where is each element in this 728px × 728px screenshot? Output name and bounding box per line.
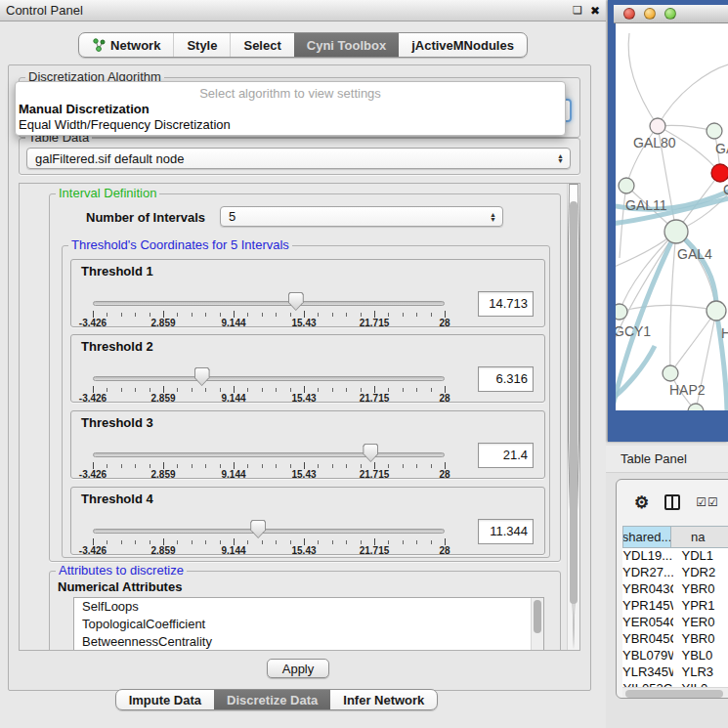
tab-style[interactable]: Style bbox=[173, 33, 230, 57]
cell-shared-name[interactable]: YPR145W bbox=[622, 598, 673, 615]
cell-name[interactable]: YBR0 bbox=[673, 631, 728, 648]
slider-thumb[interactable] bbox=[194, 367, 210, 386]
cell-name[interactable]: YER0 bbox=[673, 615, 728, 631]
stepper-arrows-icon: ▲▼ bbox=[490, 212, 496, 222]
network-node[interactable] bbox=[711, 164, 728, 182]
cell-name[interactable]: YBL0 bbox=[673, 648, 728, 664]
threshold-value-field[interactable]: 11.344 bbox=[478, 519, 534, 544]
numerical-attributes-label: Numerical Attributes bbox=[58, 579, 182, 594]
network-edge bbox=[676, 232, 716, 311]
minimize-traffic-light[interactable] bbox=[644, 8, 656, 20]
slider-track[interactable] bbox=[93, 376, 445, 381]
cell-shared-name[interactable]: YDL19... bbox=[622, 548, 673, 565]
panel-vertical-scrollbar[interactable] bbox=[567, 184, 579, 650]
table-row[interactable]: YPR145WYPR1 bbox=[622, 598, 728, 615]
network-node[interactable] bbox=[663, 365, 678, 381]
slider-track[interactable] bbox=[93, 452, 445, 457]
network-canvas[interactable]: GAL80GACGAL11GAL4GCY1HHAP2 bbox=[616, 23, 728, 410]
threshold-box: Threshold 2 -3.4262.8599.14415.4321.7152… bbox=[70, 334, 545, 403]
column-header-shared-name[interactable]: shared... bbox=[622, 526, 671, 548]
table-row[interactable]: YLR345WYLR3 bbox=[622, 664, 728, 681]
network-node[interactable] bbox=[619, 178, 634, 193]
tab-cyni-toolbox[interactable]: Cyni Toolbox bbox=[294, 33, 399, 57]
network-node[interactable] bbox=[707, 301, 726, 321]
attribute-item[interactable]: TopologicalCoefficient bbox=[74, 616, 543, 633]
close-panel-icon[interactable]: ✖ bbox=[590, 4, 600, 18]
screenshot-root: Control Panel ❏ ✖ Network Style bbox=[0, 0, 728, 728]
cell-shared-name[interactable]: YDR27... bbox=[622, 565, 673, 581]
slider-track[interactable] bbox=[93, 301, 445, 306]
cell-shared-name[interactable]: YBR043C bbox=[622, 581, 673, 598]
network-node[interactable] bbox=[707, 123, 722, 139]
cell-name[interactable]: YDL1 bbox=[673, 548, 728, 565]
float-panel-icon[interactable]: ❏ bbox=[573, 4, 582, 17]
table-row[interactable]: YDL19...YDL1 bbox=[622, 548, 728, 565]
right-column: GAL80GACGAL11GAL4GCY1HHAP2 Table Panel ⚙… bbox=[606, 0, 728, 728]
network-node[interactable] bbox=[664, 220, 688, 243]
table-row[interactable]: YBL079WYBL0 bbox=[622, 648, 728, 664]
cell-shared-name[interactable]: YLR345W bbox=[622, 664, 673, 681]
threshold-coordinates-group: Threshold's Coordinates for 5 Intervals … bbox=[62, 245, 550, 558]
tab-impute-data[interactable]: Impute Data bbox=[116, 690, 214, 709]
threshold-value-field[interactable]: 6.316 bbox=[478, 366, 534, 392]
slider-track[interactable] bbox=[93, 529, 445, 534]
table-row[interactable]: YBR045CYBR0 bbox=[622, 631, 728, 648]
slider-thumb[interactable] bbox=[250, 520, 266, 538]
cell-shared-name[interactable]: YBR045C bbox=[622, 631, 673, 648]
tab-discretize-data[interactable]: Discretize Data bbox=[214, 690, 330, 709]
number-of-intervals-combobox[interactable]: 5 ▲▼ bbox=[220, 206, 503, 227]
slider-thumb[interactable] bbox=[288, 292, 304, 311]
popup-item-manual-discretization[interactable]: Manual Discretization bbox=[16, 102, 565, 117]
network-edge bbox=[658, 64, 728, 126]
cell-name[interactable]: YBR0 bbox=[673, 581, 728, 598]
threshold-label: Threshold 2 bbox=[81, 339, 153, 354]
tab-select[interactable]: Select bbox=[230, 33, 293, 57]
network-view-window: GAL80GACGAL11GAL4GCY1HHAP2 bbox=[608, 0, 728, 442]
threshold-group-title: Threshold's Coordinates for 5 Intervals bbox=[68, 238, 292, 252]
cell-name[interactable]: YLR3 bbox=[673, 664, 728, 681]
gear-icon[interactable]: ⚙ bbox=[634, 494, 649, 511]
checkbox-icons[interactable]: ☑ ☑ bbox=[696, 496, 718, 508]
network-window-titlebar[interactable] bbox=[614, 5, 728, 23]
table-horizontal-scrollbar[interactable] bbox=[622, 687, 728, 699]
threshold-value-field[interactable]: 14.713 bbox=[478, 291, 534, 317]
tab-network[interactable]: Network bbox=[79, 33, 173, 57]
table-row[interactable]: YDR27...YDR2 bbox=[622, 565, 728, 581]
popup-item-equal-width[interactable]: Equal Width/Frequency Discretization bbox=[16, 117, 565, 133]
table-row[interactable]: YBR043CYBR0 bbox=[622, 581, 728, 598]
table-data-combobox[interactable]: galFiltered.sif default node ▲▼ bbox=[26, 148, 571, 169]
control-panel: Control Panel ❏ ✖ Network Style bbox=[0, 0, 606, 728]
scrollbar-thumb[interactable] bbox=[534, 600, 541, 633]
scrollbar-thumb[interactable] bbox=[625, 690, 723, 698]
cell-shared-name[interactable]: YER054C bbox=[622, 615, 673, 631]
columns-icon[interactable] bbox=[664, 494, 680, 510]
slider-tick-labels: -3.4262.8599.14415.4321.71528 bbox=[71, 545, 544, 555]
tab-infer-network[interactable]: Infer Network bbox=[330, 690, 437, 709]
apply-button[interactable]: Apply bbox=[267, 659, 329, 678]
slider-thumb[interactable] bbox=[363, 444, 378, 462]
scrollbar-thumb[interactable] bbox=[570, 201, 578, 604]
attribute-item[interactable]: BetweennessCentrality bbox=[74, 633, 543, 651]
network-node[interactable] bbox=[650, 118, 665, 134]
zoom-traffic-light[interactable] bbox=[664, 8, 676, 20]
checked-box-icon: ☑ bbox=[707, 496, 718, 508]
network-node-label: GAL11 bbox=[625, 197, 667, 213]
network-node-label: GCY1 bbox=[616, 323, 651, 339]
attribute-item[interactable]: SelfLoops bbox=[74, 598, 543, 616]
top-tabbar: Network Style Select Cyni Toolbox jActiv… bbox=[78, 32, 528, 58]
cell-name[interactable]: YPR1 bbox=[673, 598, 728, 615]
network-node[interactable] bbox=[616, 304, 627, 320]
panel-title: Control Panel bbox=[6, 3, 83, 18]
threshold-value-field[interactable]: 21.4 bbox=[478, 443, 534, 468]
table-row[interactable]: YER054CYER0 bbox=[622, 615, 728, 631]
cell-name[interactable]: YDR2 bbox=[673, 565, 728, 581]
network-node-label: GAL4 bbox=[677, 246, 712, 262]
checked-box-icon: ☑ bbox=[696, 496, 707, 508]
network-edge bbox=[620, 305, 716, 312]
column-header-name[interactable]: na bbox=[671, 526, 728, 548]
threshold-label: Threshold 1 bbox=[81, 264, 153, 278]
close-traffic-light[interactable] bbox=[623, 8, 635, 20]
cell-shared-name[interactable]: YBL079W bbox=[622, 648, 673, 664]
attributes-list-scrollbar[interactable] bbox=[531, 598, 543, 651]
tab-jactivemnodules[interactable]: jActiveMNodules bbox=[399, 33, 527, 57]
